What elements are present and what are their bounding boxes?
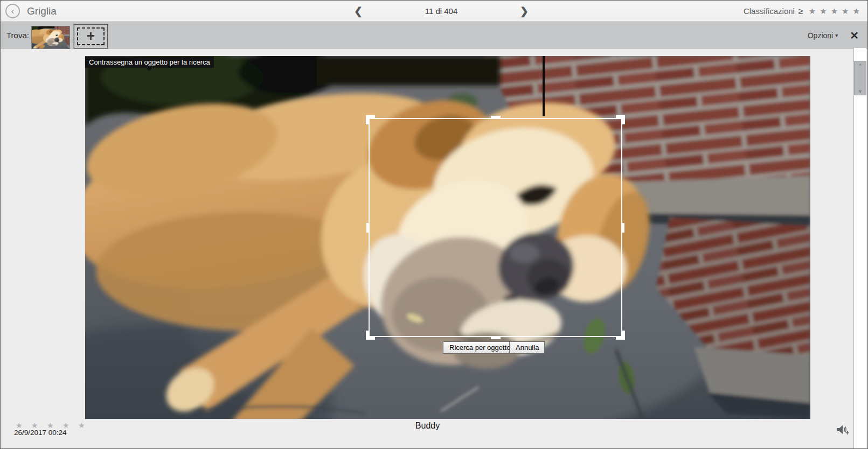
object-selection-box[interactable] (369, 118, 622, 337)
filter-star-icon-4[interactable]: ★ (842, 6, 849, 16)
selection-handle-top-right[interactable] (616, 115, 625, 124)
selection-handle-top[interactable] (491, 116, 501, 119)
photo-star-icon-3[interactable]: ★ (47, 421, 57, 430)
find-bar: Trova: + Opzioni ▾ ✕ (1, 22, 867, 48)
dashed-marquee-frame: + (77, 27, 105, 45)
previous-photo-icon[interactable]: ❮ (354, 5, 363, 17)
photo-star-icon-5[interactable]: ★ (78, 421, 88, 430)
filter-star-icon-3[interactable]: ★ (831, 6, 838, 16)
photo-counter: 11 di 404 (425, 6, 458, 16)
find-label: Trova: (6, 31, 29, 40)
plus-icon: + (87, 29, 95, 44)
selection-handle-left[interactable] (366, 223, 370, 233)
filter-star-icon-1[interactable]: ★ (809, 6, 816, 16)
back-chevron-icon: ‹ (11, 6, 15, 16)
options-button[interactable]: Opzioni ▾ (808, 31, 838, 40)
ratings-filter: Classificazioni ≥ ★ ★ ★ ★ ★ (744, 1, 860, 22)
photo-canvas[interactable]: Ricerca per oggetto Annulla (85, 56, 810, 419)
photo-star-icon-1[interactable]: ★ (16, 421, 26, 430)
ratings-operator-button[interactable]: ≥ (798, 6, 803, 16)
selection-handle-top-left[interactable] (366, 115, 375, 124)
search-by-object-button[interactable]: Ricerca per oggetto (443, 341, 517, 354)
dog-photo-thumbnail-image (32, 26, 70, 49)
add-search-object-button[interactable]: + (74, 24, 108, 48)
cancel-selection-button[interactable]: Annulla (509, 341, 545, 354)
app-window: ‹ Griglia ❮ 11 di 404 ❯ Classificazioni … (0, 0, 868, 449)
selection-handle-bottom-left[interactable] (366, 331, 375, 340)
search-object-thumbnail[interactable] (31, 26, 70, 49)
photo-navigation: ❮ 11 di 404 ❯ (354, 1, 529, 22)
scrollbar[interactable]: ^ v (853, 48, 866, 449)
next-photo-icon[interactable]: ❯ (520, 5, 529, 17)
find-bar-right: Opzioni ▾ ✕ (808, 22, 859, 48)
close-button[interactable]: ✕ (850, 29, 859, 42)
close-icon: ✕ (850, 30, 859, 41)
top-bar: ‹ Griglia ❮ 11 di 404 ❯ Classificazioni … (1, 1, 867, 22)
top-bar-left: ‹ Griglia (5, 1, 57, 22)
photo-star-icon-2[interactable]: ★ (31, 421, 41, 430)
media-view: Ricerca per oggetto Annulla Contrassegna… (1, 49, 867, 449)
options-label: Opzioni (808, 31, 833, 40)
photo-title: Buddy (1, 421, 855, 431)
view-title: Griglia (27, 5, 57, 17)
selection-handle-bottom-right[interactable] (616, 331, 625, 340)
selection-handle-right[interactable] (621, 223, 624, 233)
back-button[interactable]: ‹ (5, 4, 20, 18)
photo-rating-stars: ★ ★ ★ ★ ★ (16, 420, 88, 430)
tooltip-text: Contrassegna un oggetto per la ricerca (89, 58, 210, 66)
speaker-icon (836, 424, 850, 436)
scroll-up-icon[interactable]: ^ (859, 62, 861, 69)
chevron-down-icon: ▾ (835, 32, 838, 38)
scrollbar-thumb[interactable]: ^ v (854, 61, 866, 95)
selection-handle-bottom[interactable] (491, 336, 501, 339)
tooltip-pointer (146, 68, 152, 71)
scroll-down-icon[interactable]: v (859, 87, 862, 95)
tooltip: Contrassegna un oggetto per la ricerca (85, 57, 214, 68)
ratings-filter-label: Classificazioni (744, 6, 795, 16)
photo-star-icon-4[interactable]: ★ (63, 421, 73, 430)
filter-star-icon-5[interactable]: ★ (853, 6, 860, 16)
filter-star-icon-2[interactable]: ★ (820, 6, 827, 16)
audio-caption-icon[interactable] (836, 424, 850, 436)
